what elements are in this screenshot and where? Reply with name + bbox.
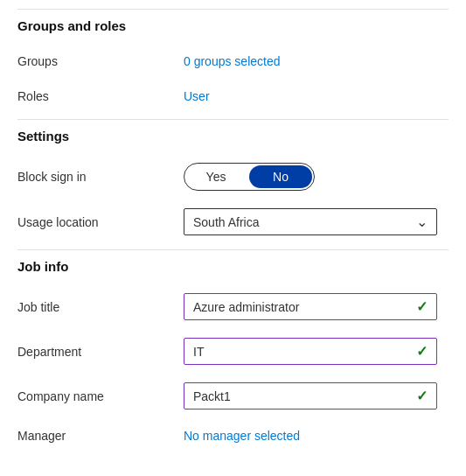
manager-row: Manager No manager selected	[17, 418, 449, 453]
block-sign-in-row: Block sign in Yes No	[17, 154, 449, 200]
usage-location-text: South Africa	[193, 215, 260, 229]
job-title-label: Job title	[17, 300, 184, 314]
checkmark-icon: ✓	[416, 298, 428, 315]
toggle-yes[interactable]: Yes	[184, 164, 247, 190]
usage-location-label: Usage location	[17, 215, 184, 229]
groups-value: 0 groups selected	[184, 54, 449, 68]
usage-location-row: Usage location South Africa ⌄	[17, 200, 449, 244]
block-sign-in-label: Block sign in	[17, 170, 184, 184]
department-value: IT ✓	[184, 338, 449, 365]
company-name-row: Company name Packt1 ✓	[17, 374, 449, 418]
job-title-input[interactable]: Azure administrator ✓	[184, 293, 437, 320]
company-name-text: Packt1	[193, 389, 231, 403]
block-sign-in-toggle-container: Yes No	[184, 163, 449, 191]
roles-value: User	[184, 89, 449, 103]
roles-row: Roles User	[17, 79, 449, 114]
usage-location-value: South Africa ⌄	[184, 208, 449, 235]
checkmark-icon: ✓	[416, 388, 428, 404]
company-name-label: Company name	[17, 389, 184, 403]
manager-value: No manager selected	[184, 429, 449, 443]
department-row: Department IT ✓	[17, 329, 449, 374]
job-title-row: Job title Azure administrator ✓	[17, 284, 449, 329]
groups-and-roles-title: Groups and roles	[17, 9, 449, 40]
manager-label: Manager	[17, 429, 184, 443]
job-info-title: Job info	[17, 249, 449, 281]
manager-link[interactable]: No manager selected	[184, 429, 300, 443]
groups-link[interactable]: 0 groups selected	[184, 54, 281, 68]
department-label: Department	[17, 345, 184, 359]
job-title-value: Azure administrator ✓	[184, 293, 449, 320]
roles-label: Roles	[17, 89, 184, 103]
toggle-no[interactable]: No	[249, 165, 312, 188]
groups-row: Groups 0 groups selected	[17, 44, 449, 79]
settings-title: Settings	[17, 119, 449, 150]
checkmark-icon: ✓	[416, 343, 428, 360]
job-info-section: Job info Job title Azure administrator ✓…	[17, 249, 449, 453]
settings-section: Settings Block sign in Yes No Usage loca…	[17, 119, 449, 244]
chevron-down-icon: ⌄	[416, 214, 428, 230]
groups-and-roles-section: Groups and roles Groups 0 groups selecte…	[17, 9, 449, 114]
job-title-text: Azure administrator	[193, 300, 299, 314]
department-text: IT	[193, 345, 204, 359]
groups-label: Groups	[17, 54, 184, 68]
toggle[interactable]: Yes No	[184, 163, 315, 191]
company-name-value: Packt1 ✓	[184, 382, 449, 410]
department-input[interactable]: IT ✓	[184, 338, 437, 365]
roles-link[interactable]: User	[184, 89, 210, 103]
usage-location-select[interactable]: South Africa ⌄	[184, 208, 437, 235]
company-name-input[interactable]: Packt1 ✓	[184, 382, 437, 410]
